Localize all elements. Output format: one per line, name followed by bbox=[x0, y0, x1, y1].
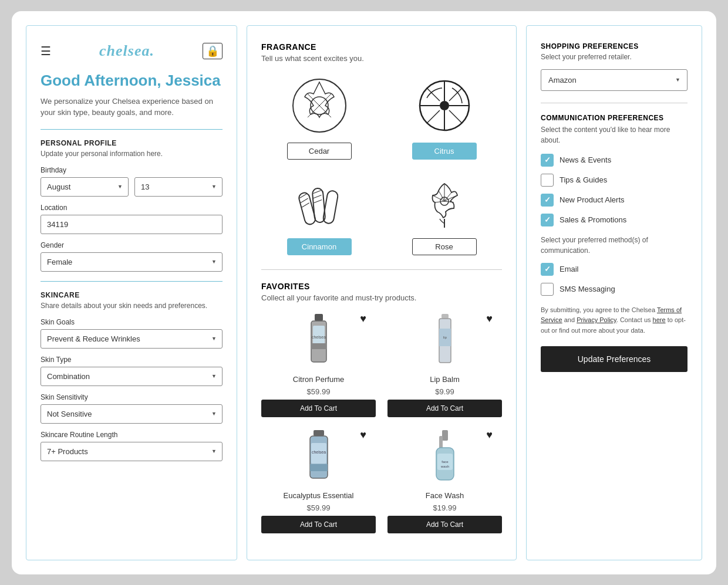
gender-select[interactable]: Female bbox=[41, 252, 223, 272]
location-input[interactable] bbox=[41, 215, 223, 234]
routine-length-label: Skincare Routine Length bbox=[41, 431, 223, 439]
birthday-day-wrapper: 13 bbox=[134, 177, 223, 197]
update-preferences-button[interactable]: Update Preferences bbox=[541, 346, 687, 372]
cinnamon-image bbox=[287, 169, 352, 234]
eucalyptus-img-wrapper: ♥ chelsea bbox=[261, 429, 376, 488]
sales-checkbox[interactable] bbox=[541, 214, 554, 226]
citron-heart-icon[interactable]: ♥ bbox=[360, 313, 366, 325]
eucalyptus-add-to-cart-button[interactable]: Add To Cart bbox=[261, 516, 376, 533]
retailer-select[interactable]: Amazon Sephora Ulta Target Walmart bbox=[541, 69, 687, 91]
center-divider bbox=[261, 269, 502, 270]
svg-text:face: face bbox=[441, 460, 449, 464]
eucalyptus-name: Eucalyptus Essential bbox=[284, 491, 354, 500]
greeting: Good Afternoon, Jessica bbox=[41, 72, 223, 90]
lock-icon[interactable]: 🔒 bbox=[203, 43, 223, 59]
news-checkbox[interactable] bbox=[541, 154, 554, 167]
skin-sensitivity-select[interactable]: Not Sensitive bbox=[41, 404, 223, 424]
product-alerts-checkbox[interactable] bbox=[541, 194, 554, 207]
comm-method-subtitle: Select your preferred method(s) of commu… bbox=[541, 235, 687, 256]
email-label: Email bbox=[560, 265, 579, 273]
skincare-title: SKINCARE bbox=[41, 291, 223, 299]
comm-preferences-subtitle: Select the content you'd like to hear mo… bbox=[541, 124, 687, 146]
shopping-preferences-title: SHOPPING PREFERENCES bbox=[541, 42, 687, 50]
skin-sensitivity-wrapper: Not Sensitive bbox=[41, 404, 223, 424]
face-wash-image: face wash bbox=[419, 429, 471, 488]
svg-rect-36 bbox=[310, 464, 328, 471]
eucalyptus-heart-icon[interactable]: ♥ bbox=[360, 429, 366, 441]
svg-rect-26 bbox=[311, 343, 326, 349]
privacy-link[interactable]: Privacy Policy bbox=[577, 316, 616, 323]
eucalyptus-image: chelsea bbox=[292, 429, 345, 488]
svg-text:wash: wash bbox=[440, 465, 449, 468]
center-panel: FRAGRANCE Tell us what scent excites you… bbox=[247, 25, 517, 560]
skin-goals-wrapper: Prevent & Reduce Wrinkles bbox=[41, 329, 223, 349]
product-item-lip-balm: ♥ lip Lip Balm $9.99 Add To Cart bbox=[387, 313, 502, 417]
logo: chelsea. bbox=[99, 42, 154, 60]
svg-line-11 bbox=[427, 110, 440, 123]
routine-length-select[interactable]: 7+ Products bbox=[41, 442, 223, 461]
svg-point-3 bbox=[440, 101, 449, 110]
left-panel: ☰ chelsea. 🔒 Good Afternoon, Jessica We … bbox=[26, 25, 237, 560]
personal-profile-title: PERSONAL PROFILE bbox=[41, 139, 223, 147]
checkbox-row-news: News & Events bbox=[541, 154, 687, 167]
fragrance-subtitle: Tell us what scent excites you. bbox=[261, 54, 502, 63]
fragrance-title: FRAGRANCE bbox=[261, 42, 502, 52]
lip-balm-add-to-cart-button[interactable]: Add To Cart bbox=[387, 400, 502, 417]
product-item-face-wash: ♥ face wash Face Wash $1 bbox=[387, 429, 502, 533]
svg-line-9 bbox=[449, 110, 462, 123]
skin-goals-label: Skin Goals bbox=[41, 318, 223, 326]
shopping-preferences-subtitle: Select your preferred retailer. bbox=[541, 53, 687, 61]
birthday-day-select[interactable]: 13 bbox=[134, 177, 223, 197]
tips-checkbox[interactable] bbox=[541, 174, 554, 187]
skin-goals-select[interactable]: Prevent & Reduce Wrinkles bbox=[41, 329, 223, 349]
svg-text:lip: lip bbox=[443, 336, 447, 339]
skin-sensitivity-label: Skin Sensitivity bbox=[41, 393, 223, 401]
contact-link[interactable]: here bbox=[653, 316, 666, 323]
personal-profile-subtitle: Update your personal information here. bbox=[41, 150, 223, 158]
citrus-image bbox=[412, 73, 477, 138]
hamburger-icon[interactable]: ☰ bbox=[41, 44, 51, 58]
right-divider-1 bbox=[541, 103, 687, 103]
cinnamon-button[interactable]: Cinnamon bbox=[287, 238, 352, 255]
checkbox-row-email: Email bbox=[541, 263, 687, 276]
svg-line-19 bbox=[313, 195, 321, 198]
birthday-month-select[interactable]: August bbox=[41, 177, 129, 197]
svg-line-20 bbox=[314, 199, 322, 202]
routine-length-wrapper: 7+ Products bbox=[41, 442, 223, 461]
birthday-row: August 13 bbox=[41, 177, 223, 197]
products-grid: ♥ chelsea Citron Perfume $59.99 Add To C… bbox=[261, 313, 502, 533]
retailer-select-wrapper: Amazon Sephora Ulta Target Walmart bbox=[541, 69, 687, 91]
sales-label: Sales & Promotions bbox=[560, 215, 626, 224]
citron-image: chelsea bbox=[292, 313, 345, 371]
citrus-button[interactable]: Citrus bbox=[412, 143, 477, 160]
eucalyptus-price: $59.99 bbox=[307, 503, 331, 512]
app-wrapper: ☰ chelsea. 🔒 Good Afternoon, Jessica We … bbox=[12, 11, 716, 574]
right-panel: SHOPPING PREFERENCES Select your preferr… bbox=[526, 25, 702, 560]
checkbox-row-product-alerts: New Product Alerts bbox=[541, 194, 687, 207]
cedar-button[interactable]: Cedar bbox=[287, 143, 352, 160]
svg-text:chelsea: chelsea bbox=[311, 335, 325, 339]
sms-label: SMS Messaging bbox=[560, 285, 615, 293]
rose-button[interactable]: Rose bbox=[412, 238, 477, 255]
face-wash-name: Face Wash bbox=[426, 491, 464, 500]
citron-add-to-cart-button[interactable]: Add To Cart bbox=[261, 400, 376, 417]
face-wash-heart-icon[interactable]: ♥ bbox=[486, 429, 493, 441]
gender-label: Gender bbox=[41, 241, 223, 249]
sms-checkbox[interactable] bbox=[541, 283, 554, 296]
skin-type-label: Skin Type bbox=[41, 356, 223, 364]
face-wash-add-to-cart-button[interactable]: Add To Cart bbox=[387, 516, 502, 533]
section-divider-1 bbox=[41, 129, 223, 130]
fragrance-item-cedar: Cedar bbox=[261, 73, 377, 160]
svg-line-17 bbox=[301, 202, 310, 207]
favorites-subtitle: Collect all your favorite and must-try p… bbox=[261, 293, 502, 302]
svg-rect-23 bbox=[315, 314, 323, 321]
fragrance-item-citrus: Citrus bbox=[386, 73, 502, 160]
product-alerts-label: New Product Alerts bbox=[560, 195, 625, 204]
skin-type-select[interactable]: Combination bbox=[41, 367, 223, 386]
location-label: Location bbox=[41, 204, 223, 212]
lip-balm-heart-icon[interactable]: ♥ bbox=[486, 313, 493, 325]
email-checkbox[interactable] bbox=[541, 263, 554, 276]
svg-line-16 bbox=[300, 198, 309, 202]
citron-img-wrapper: ♥ chelsea bbox=[261, 313, 376, 371]
svg-rect-32 bbox=[314, 430, 324, 436]
